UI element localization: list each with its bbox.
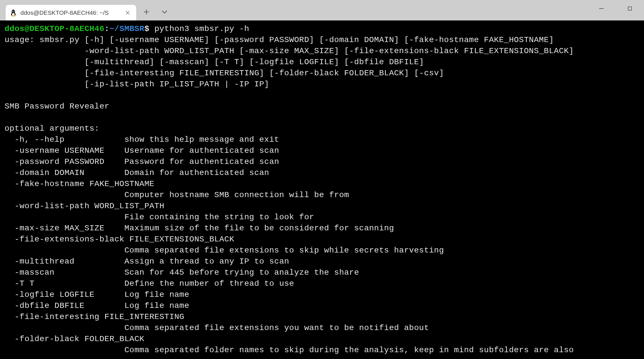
output-line: -domain DOMAIN Domain for authenticated … [5,168,269,178]
maximize-icon [628,6,632,11]
output-line: File containing the string to look for [5,212,314,222]
prompt-tilde: ~ [110,24,115,34]
output-line: -h, --help show this help message and ex… [5,135,279,144]
output-line: -folder-black FOLDER_BLACK [5,334,144,344]
output-line: [-ip-list-path IP_LIST_PATH | -IP IP] [5,80,269,89]
output-line: SMB Password Revealer [5,102,110,111]
output-line: -username USERNAME Username for authenti… [5,146,279,155]
svg-point-8 [14,15,16,16]
output-line: Comma separated file extensions you want… [5,323,429,333]
chevron-down-icon [161,9,168,15]
minimize-icon [599,6,604,11]
output-line: -masscan Scan for 445 before trying to a… [5,268,359,277]
terminal-output[interactable]: ddos@DESKTOP-8AECH46:~/SMBSR$ python3 sm… [0,20,644,358]
window-minimize-button[interactable] [587,0,616,17]
output-line: [-file-interesting FILE_INTERESTING] [-f… [5,68,444,78]
output-line: -logfile LOGFILE Log file name [5,290,189,299]
output-line: -multithread Assign a thread to any IP t… [5,257,289,266]
window-titlebar: ddos@DESKTOP-8AECH46: ~/S [0,0,644,20]
tab-actions [141,7,170,17]
output-line: Comma separated folder names to skip dur… [5,345,574,355]
close-icon [125,11,130,15]
tab-title: ddos@DESKTOP-8AECH46: ~/S [20,9,121,16]
output-line: -dbfile DBFILE Log file name [5,301,189,310]
output-line: -password PASSWORD Password for authenti… [5,157,279,166]
plus-icon [144,9,149,15]
output-line: -word-list-path WORD_LIST_PATH [-max-siz… [5,46,574,56]
output-line: -file-extensions-black FILE_EXTENSIONS_B… [5,235,234,244]
output-line: -file-interesting FILE_INTERESTING [5,312,184,322]
prompt-path: SMBSR [119,24,144,34]
svg-point-5 [12,11,13,11]
tab-dropdown-button[interactable] [159,7,170,17]
terminal-tab[interactable]: ddos@DESKTOP-8AECH46: ~/S [6,5,136,20]
output-line: -T T Define the number of thread to use [5,279,294,288]
prompt-colon: : [104,24,110,34]
new-tab-button[interactable] [141,7,151,17]
tab-close-button[interactable] [124,9,131,16]
window-controls [587,0,644,17]
output-line: optional arguments: [5,124,99,133]
svg-point-2 [12,13,15,16]
command-text: python3 smbsr.py -h [154,24,249,34]
prompt-dollar: $ [144,24,150,34]
output-line: Comma separated file extensions to skip … [5,246,444,255]
prompt-slash: / [114,24,119,34]
output-line: -word-list-path WORD_LIST_PATH [5,201,164,211]
svg-point-7 [11,15,13,16]
output-line: usage: smbsr.py [-h] [-username USERNAME… [5,35,554,45]
tux-penguin-icon [10,9,17,16]
output-line: [-multithread] [-masscan] [-T T] [-logfi… [5,57,424,67]
output-line: Computer hostname SMB connection will be… [5,190,349,200]
svg-rect-9 [628,7,632,10]
prompt-user-host: ddos@DESKTOP-8AECH46 [5,24,104,34]
svg-point-6 [14,11,14,11]
output-line: -fake-hostname FAKE_HOSTNAME [5,179,154,189]
window-maximize-button[interactable] [616,0,644,17]
output-line: -max-size MAX_SIZE Maximum size of the f… [5,224,394,233]
